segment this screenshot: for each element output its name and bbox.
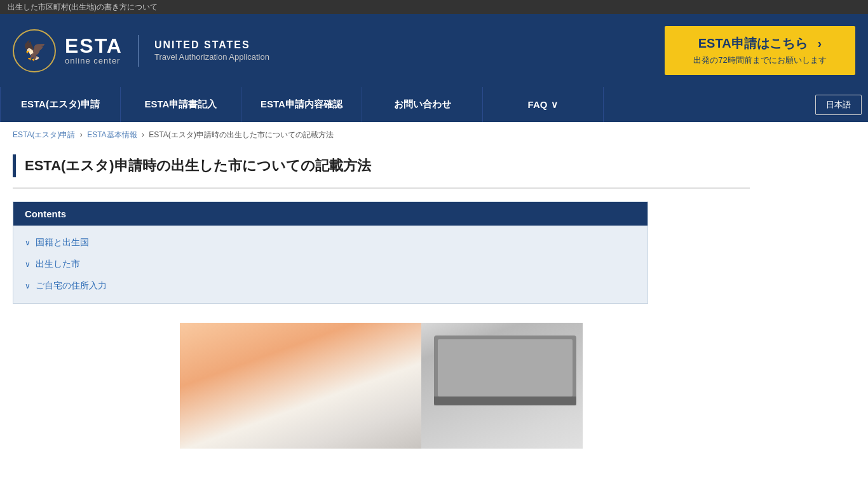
online-center-text: online center bbox=[65, 56, 123, 65]
breadcrumb-link-esta-basic[interactable]: ESTA基本情報 bbox=[87, 130, 137, 139]
announcement-text: 出生した市区町村(出生地)の書き方について bbox=[8, 2, 158, 13]
page-title-wrapper: ESTA(エスタ)申請時の出生した市についての記載方法 bbox=[13, 154, 750, 189]
united-states-text: UNITED STATES bbox=[154, 39, 269, 51]
contents-item-address[interactable]: ∨ ご自宅の住所入力 bbox=[13, 275, 648, 297]
cta-main-text: ESTA申請はこちら › bbox=[698, 35, 822, 52]
eagle-icon: 🦅 bbox=[23, 39, 46, 62]
contents-box: Contents ∨ 国籍と出生国 ∨ 出生した市 ∨ ご自宅の住所入力 bbox=[13, 201, 648, 304]
nav-item-esta-apply[interactable]: ESTA(エスタ)申請 bbox=[0, 87, 121, 122]
breadcrumb: ESTA(エスタ)申請 › ESTA基本情報 › ESTA(エスタ)申請時の出生… bbox=[0, 122, 868, 148]
language-selector[interactable]: 日本語 bbox=[815, 95, 862, 115]
contents-list: ∨ 国籍と出生国 ∨ 出生した市 ∨ ご自宅の住所入力 bbox=[13, 226, 648, 303]
cta-sub-text: 出発の72時間前までにお願いします bbox=[693, 55, 826, 66]
esta-apply-cta-button[interactable]: ESTA申請はこちら › 出発の72時間前までにお願いします bbox=[665, 26, 855, 75]
breadcrumb-sep-1: › bbox=[80, 130, 83, 139]
faq-chevron-icon: ∨ bbox=[551, 99, 558, 111]
article-image-right bbox=[421, 323, 583, 449]
logo-divider bbox=[138, 35, 139, 67]
nav-item-contact[interactable]: お問い合わせ bbox=[362, 87, 483, 122]
header: 🦅 ESTA online center UNITED STATES Trave… bbox=[0, 14, 868, 87]
article-image-left bbox=[180, 323, 421, 449]
breadcrumb-current: ESTA(エスタ)申請時の出生した市についての記載方法 bbox=[149, 130, 333, 139]
top-announcement-bar: 出生した市区町村(出生地)の書き方について bbox=[0, 0, 868, 14]
logo-circle: 🦅 bbox=[13, 29, 56, 72]
contents-item-birthcity[interactable]: ∨ 出生した市 bbox=[13, 254, 648, 275]
breadcrumb-sep-2: › bbox=[142, 130, 144, 139]
nav-item-faq[interactable]: FAQ ∨ bbox=[483, 87, 604, 122]
travel-text: Travel Authorization Application bbox=[154, 52, 269, 62]
cta-arrow-icon: › bbox=[818, 36, 822, 51]
chevron-icon-3: ∨ bbox=[25, 281, 31, 290]
image-section bbox=[13, 323, 750, 449]
page-title-bar bbox=[13, 154, 16, 177]
esta-logo-text: ESTA bbox=[65, 36, 123, 56]
nav-item-esta-confirm[interactable]: ESTA申請内容確認 bbox=[241, 87, 362, 122]
logo-area: 🦅 ESTA online center UNITED STATES Trave… bbox=[13, 29, 269, 72]
main-content: ESTA(エスタ)申請時の出生した市についての記載方法 Contents ∨ 国… bbox=[0, 148, 763, 461]
logo-subtitle: UNITED STATES Travel Authorization Appli… bbox=[154, 39, 269, 62]
contents-item-nationality[interactable]: ∨ 国籍と出生国 bbox=[13, 232, 648, 254]
page-title: ESTA(エスタ)申請時の出生した市についての記載方法 bbox=[25, 156, 371, 175]
chevron-icon-1: ∨ bbox=[25, 238, 31, 247]
main-navigation: ESTA(エスタ)申請 ESTA申請書記入 ESTA申請内容確認 お問い合わせ … bbox=[0, 87, 868, 122]
nav-item-esta-form[interactable]: ESTA申請書記入 bbox=[121, 87, 241, 122]
logo-text-area: ESTA online center bbox=[65, 36, 123, 65]
breadcrumb-link-esta-apply[interactable]: ESTA(エスタ)申請 bbox=[13, 130, 75, 139]
chevron-icon-2: ∨ bbox=[25, 260, 31, 269]
contents-header: Contents bbox=[13, 202, 648, 226]
